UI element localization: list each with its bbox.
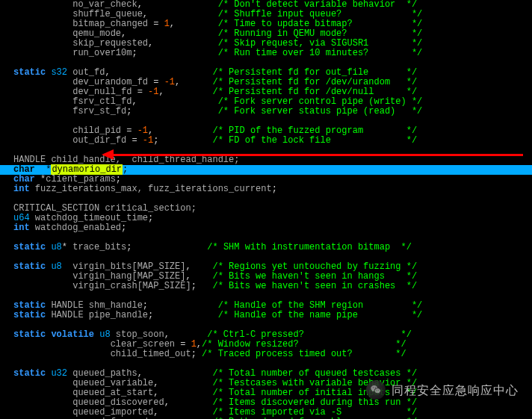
- keyword: static volatile: [13, 329, 94, 340]
- token: bitmap_changed: [72, 19, 148, 29]
- keyword: char: [13, 174, 35, 184]
- keyword: static: [13, 67, 46, 78]
- comment: /* Fork server status pipe (read) */: [218, 106, 423, 117]
- comment: /* FD of the lock file */: [212, 135, 417, 146]
- token: virgin_hang[MAP_SIZE]: [72, 271, 185, 282]
- watermark-text: 同程安全应急响应中心: [392, 385, 519, 395]
- token: dev_null_fd: [72, 87, 132, 97]
- code-line: run_over10m; /* Run time over 10 minutes…: [13, 49, 532, 58]
- token: fsrv_ctl_fd: [72, 96, 132, 107]
- token: run_over10m: [72, 48, 132, 58]
- token: dev_urandom_fd: [72, 77, 148, 87]
- code-line: static HANDLE pipe_handle; /* Handle of …: [13, 311, 532, 320]
- comment: /* Items imported via -S */: [212, 407, 417, 418]
- token: clear_screen: [111, 339, 175, 350]
- token: 1: [191, 339, 197, 350]
- token: [30, 184, 35, 194]
- token: queued_at_start: [72, 388, 153, 398]
- token: u64: [13, 213, 30, 223]
- token: u8: [51, 261, 61, 272]
- token: HANDLE child_handle, child_thread_handle…: [13, 155, 239, 165]
- code-line: child_timed_out; /* Traced process timed…: [13, 350, 532, 359]
- token: ;: [126, 242, 207, 252]
- token: HANDLE shm_handle: [51, 300, 142, 311]
- comment: /* Skip request, via SIGUSR1 */: [218, 38, 423, 49]
- token: child_timed_out: [111, 349, 191, 359]
- token: -1: [148, 87, 158, 97]
- comment: /* Ctrl-C pressed? */: [207, 329, 412, 340]
- token: qemu_mode: [72, 28, 121, 39]
- token: CRITICAL_SECTION critical_section;: [13, 203, 197, 214]
- token: ,: [143, 9, 218, 19]
- token: ;: [132, 48, 217, 58]
- comment: /* Traced process timed out? */: [202, 349, 406, 359]
- token: watchdog_timeout_time: [35, 213, 148, 223]
- keyword: static: [13, 310, 46, 320]
- comment: /* Bits we haven't seen in crashes */: [212, 281, 417, 291]
- token: [30, 213, 35, 223]
- token: ,: [185, 271, 212, 282]
- token: ,: [148, 38, 218, 49]
- comment: /* Running in QEMU mode? */: [218, 28, 423, 39]
- token: =: [132, 87, 148, 97]
- token: =: [148, 19, 164, 29]
- comment: /* PID of the fuzzed program */: [212, 125, 417, 136]
- token: out_dir_fd: [72, 135, 126, 146]
- token: stop_soon: [116, 329, 164, 340]
- token: ,: [164, 397, 213, 408]
- token: client_params: [46, 174, 116, 184]
- token: ,: [158, 87, 212, 97]
- comment: /* Window resized? */: [202, 339, 406, 350]
- code-line: virgin_crash[MAP_SIZE]; /* Bits we haven…: [13, 282, 532, 291]
- token: ,: [148, 125, 212, 136]
- comment: /* Bits we haven't seen in hangs */: [212, 271, 417, 282]
- keyword: static: [13, 242, 46, 252]
- comment: /* Fork server control pipe (write) */: [218, 96, 423, 107]
- token: ;: [143, 300, 218, 311]
- comment: /* Handle of the SHM region */: [218, 300, 423, 311]
- token: fuzz_iterations_max, fuzz_iterations_cur…: [35, 184, 272, 194]
- token: ,: [153, 388, 212, 398]
- token: u32: [51, 368, 67, 379]
- comment: /* Persistent fd for /dev/null */: [212, 87, 417, 97]
- token: ,: [153, 407, 212, 418]
- token: trace_bits: [72, 242, 126, 252]
- token: =: [121, 125, 137, 136]
- token: =: [148, 77, 164, 87]
- token: ;: [153, 135, 212, 146]
- token: queued_imported: [72, 407, 153, 418]
- token: ;: [116, 174, 121, 184]
- token: *: [35, 174, 46, 184]
- token: fsrv_st_fd: [72, 106, 126, 117]
- token: ,: [175, 77, 212, 87]
- token: u8: [99, 329, 110, 340]
- token: *: [35, 164, 52, 175]
- comment: /* Persistent fd for /dev/urandom */: [212, 77, 417, 87]
- token: skip_requested: [72, 38, 148, 49]
- token: ;: [148, 213, 153, 223]
- token: ,: [121, 28, 218, 39]
- token: virgin_crash[MAP_SIZE]: [72, 281, 191, 291]
- comment: /* Shuffle input queue? */: [218, 9, 423, 19]
- token: out_fd: [72, 67, 105, 78]
- token: u8: [51, 242, 61, 252]
- token: [30, 223, 35, 233]
- token: ,: [137, 368, 213, 379]
- token: child_pid: [72, 125, 121, 136]
- token: -1: [137, 125, 148, 136]
- token: ;: [191, 281, 213, 291]
- comment: /* Handle of the name pipe */: [218, 310, 423, 320]
- token: =: [126, 135, 143, 146]
- token: -1: [143, 135, 153, 146]
- comment: /* Time to update bitmap? */: [218, 19, 423, 29]
- token: shuffle_queue: [72, 9, 143, 19]
- code-line: out_dir_fd = -1; /* FD of the lock file …: [13, 136, 532, 146]
- token: HANDLE pipe_handle: [51, 310, 148, 320]
- token: queued_discovered: [72, 397, 164, 408]
- comment: /* Run time over 10 minutes? */: [218, 48, 423, 58]
- token: queued_paths: [72, 368, 137, 379]
- comment: /* Persistent fd for out_file */: [212, 67, 417, 78]
- token: =: [175, 339, 191, 350]
- token: ,: [153, 378, 212, 388]
- token: [111, 329, 116, 340]
